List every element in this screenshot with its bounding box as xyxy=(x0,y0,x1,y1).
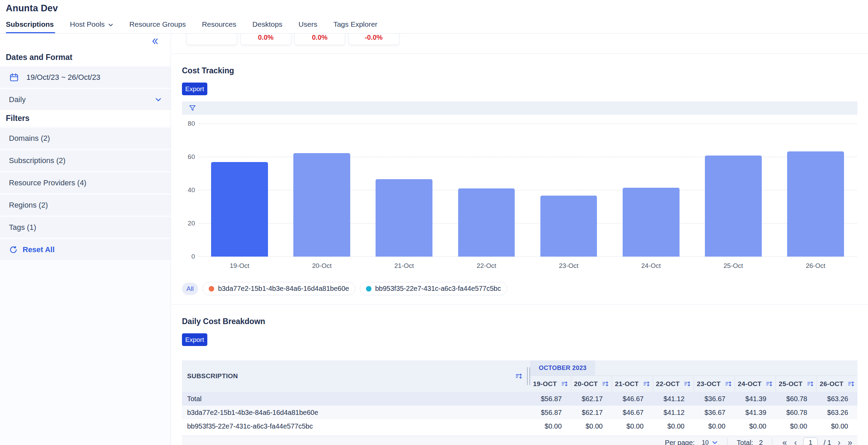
nav-tab-label: Resources xyxy=(202,20,236,28)
filter-funnel-icon[interactable] xyxy=(188,104,196,112)
sidebar-item-regions-2[interactable]: Regions (2) xyxy=(0,195,171,215)
chart-bar[interactable] xyxy=(705,156,762,257)
chart-bar-slot xyxy=(445,124,527,257)
table-row: b3da77e2-15b1-4b3e-84a6-16d4a81be60e$56.… xyxy=(182,406,857,419)
export-table-button[interactable]: Export xyxy=(182,333,207,346)
nav-tab-label: Subscriptions xyxy=(6,20,54,28)
x-axis-label: 19-Oct xyxy=(198,262,281,270)
month-group-row: OCTOBER 2023 xyxy=(530,360,857,376)
chevron-down-icon xyxy=(712,440,718,445)
sort-icon[interactable] xyxy=(684,381,690,387)
daily-breakdown-section: Daily Cost Breakdown Export SUBSCRIPTION… xyxy=(171,317,868,445)
collapse-sidebar-button[interactable] xyxy=(150,37,160,47)
chart-xlabels: 19-Oct20-Oct21-Oct22-Oct23-Oct24-Oct25-O… xyxy=(198,262,857,270)
daily-cost-table: SUBSCRIPTION OCTOBER 2023 19-OCT20-OCT21… xyxy=(182,360,857,433)
first-page-button[interactable]: « xyxy=(782,438,787,445)
legend-color-dot xyxy=(366,286,371,292)
chart-bar[interactable] xyxy=(293,153,350,257)
footer-divider xyxy=(727,438,728,445)
double-chevron-left-icon xyxy=(150,37,160,46)
nav-tab-users[interactable]: Users xyxy=(298,20,317,34)
column-header-24-oct[interactable]: 24-OCT xyxy=(735,376,776,392)
sort-icon[interactable] xyxy=(561,381,568,387)
chart-bar[interactable] xyxy=(540,196,597,257)
cell-value: $56.87 xyxy=(530,395,571,403)
page-input[interactable]: 1 xyxy=(803,437,818,445)
cost-tracking-title: Cost Tracking xyxy=(182,66,857,75)
chart-bar-slot xyxy=(363,124,445,257)
cell-value: $0.00 xyxy=(571,422,612,430)
sidebar: Dates and Format 19/Oct/23 ~ 26/Oct/23 D… xyxy=(0,34,171,445)
chart-legend: All b3da77e2-15b1-4b3e-84a6-16d4a81be60e… xyxy=(182,282,857,295)
nav-tab-resources[interactable]: Resources xyxy=(202,20,236,34)
column-header-20-oct[interactable]: 20-OCT xyxy=(571,376,612,392)
export-chart-button[interactable]: Export xyxy=(182,83,207,95)
sort-icon[interactable] xyxy=(643,381,650,387)
nav-tab-host-pools[interactable]: Host Pools xyxy=(70,20,113,34)
date-range-picker[interactable]: 19/Oct/23 ~ 26/Oct/23 xyxy=(0,67,171,88)
chart-bar[interactable] xyxy=(376,179,432,257)
row-label: b3da77e2-15b1-4b3e-84a6-16d4a81be60e xyxy=(182,409,530,417)
chart-bar[interactable] xyxy=(787,151,844,257)
sidebar-item-label: Regions (2) xyxy=(9,201,48,210)
cell-value: $0.00 xyxy=(735,422,775,430)
chart-bar[interactable] xyxy=(211,162,268,257)
chart-bar[interactable] xyxy=(458,188,515,257)
reset-all-button[interactable]: Reset All xyxy=(0,239,171,260)
nav-tab-desktops[interactable]: Desktops xyxy=(253,20,283,34)
date-columns-block: OCTOBER 2023 19-OCT20-OCT21-OCT22-OCT23-… xyxy=(530,360,857,392)
column-header-label: 23-OCT xyxy=(697,380,721,388)
daily-breakdown-title: Daily Cost Breakdown xyxy=(182,317,857,326)
cell-value: $36.67 xyxy=(694,395,735,403)
refresh-icon xyxy=(9,245,18,254)
cost-tracking-chart: 020406080 19-Oct20-Oct21-Oct22-Oct23-Oct… xyxy=(182,119,857,274)
total-value: 2 xyxy=(759,439,763,445)
chart-bar-slot xyxy=(692,124,774,257)
nav-tab-tags-explorer[interactable]: Tags Explorer xyxy=(333,20,377,34)
sort-icon[interactable] xyxy=(807,381,814,387)
per-page-select[interactable]: 10 xyxy=(700,439,718,445)
nav-tab-subscriptions[interactable]: Subscriptions xyxy=(6,20,54,34)
prev-page-button[interactable]: ‹ xyxy=(793,438,797,445)
column-resize-handle[interactable] xyxy=(527,367,530,385)
x-axis-label: 20-Oct xyxy=(281,262,363,270)
sort-icon[interactable] xyxy=(848,381,854,387)
cell-value: $60.78 xyxy=(775,409,816,417)
column-header-21-oct[interactable]: 21-OCT xyxy=(612,376,653,392)
sidebar-item-label: Tags (1) xyxy=(9,223,36,232)
next-page-button[interactable]: › xyxy=(837,438,841,445)
sidebar-item-domains-2[interactable]: Domains (2) xyxy=(0,128,171,149)
column-header-19-oct[interactable]: 19-OCT xyxy=(530,376,571,392)
cell-value: $63.26 xyxy=(817,409,857,417)
sidebar-item-label: Resource Providers (4) xyxy=(9,178,86,187)
nav-tabs: SubscriptionsHost PoolsResource GroupsRe… xyxy=(6,20,377,34)
legend-item[interactable]: b3da77e2-15b1-4b3e-84a6-16d4a81be60e xyxy=(203,282,355,295)
sidebar-item-resource-providers-4[interactable]: Resource Providers (4) xyxy=(0,172,171,193)
sort-icon[interactable] xyxy=(515,373,522,380)
sort-icon[interactable] xyxy=(725,381,732,387)
subscription-column-header[interactable]: SUBSCRIPTION xyxy=(182,360,530,392)
sidebar-item-tags-1[interactable]: Tags (1) xyxy=(0,217,171,238)
chart-bar[interactable] xyxy=(623,188,680,257)
x-axis-label: 22-Oct xyxy=(445,262,527,270)
column-header-25-oct[interactable]: 25-OCT xyxy=(775,376,817,392)
sidebar-item-subscriptions-2[interactable]: Subscriptions (2) xyxy=(0,150,171,171)
app-title: Anunta Dev xyxy=(6,3,58,14)
stat-change-value: -0.0% xyxy=(349,34,399,41)
granularity-select[interactable]: Daily xyxy=(0,89,171,110)
nav-tab-resource-groups[interactable]: Resource Groups xyxy=(130,20,186,34)
cell-value: $62.17 xyxy=(571,409,612,417)
column-header-26-oct[interactable]: 26-OCT xyxy=(817,376,858,392)
dates-and-format-heading: Dates and Format xyxy=(0,49,171,65)
column-header-23-oct[interactable]: 23-OCT xyxy=(694,376,735,392)
column-header-22-oct[interactable]: 22-OCT xyxy=(653,376,694,392)
sort-icon[interactable] xyxy=(766,381,772,387)
legend-item[interactable]: bb953f35-22e7-431c-a6c3-fa44e577c5bc xyxy=(360,282,507,295)
y-axis-tick-label: 60 xyxy=(182,153,195,161)
last-page-button[interactable]: » xyxy=(847,438,853,445)
sort-icon[interactable] xyxy=(602,381,609,387)
column-header-label: 25-OCT xyxy=(779,380,803,388)
cell-value: $41.12 xyxy=(653,409,694,417)
chart-bar-slot xyxy=(198,124,281,257)
legend-all-button[interactable]: All xyxy=(182,283,198,295)
